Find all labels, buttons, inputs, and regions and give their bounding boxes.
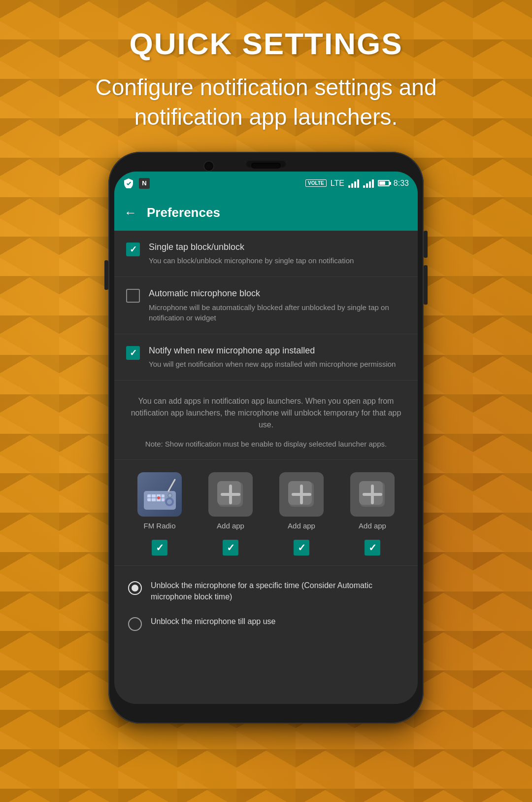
pref-desc-notify-new: You will get notification when new app i… bbox=[149, 359, 406, 369]
app-bar-title: Preferences bbox=[147, 205, 220, 220]
radio-label-unblock-time: Unblock the microphone for a specific ti… bbox=[151, 580, 404, 602]
checkbox-box-notify-new[interactable]: ✓ bbox=[126, 346, 140, 360]
launchers-section: FM Radio bbox=[114, 460, 418, 566]
fm-radio-icon[interactable] bbox=[137, 472, 182, 517]
checkmark-notify-new: ✓ bbox=[130, 348, 137, 358]
signal-bars-1 bbox=[348, 179, 359, 188]
pref-item-auto-block[interactable]: Automatic microphone block Microphone wi… bbox=[114, 277, 418, 334]
status-bar: N VOLTE LTE bbox=[114, 172, 418, 195]
launcher-add-1[interactable]: Add app bbox=[203, 472, 258, 530]
radio-circle-unblock-app[interactable] bbox=[128, 617, 142, 631]
checkbox-single-tap[interactable]: ✓ bbox=[126, 243, 140, 256]
signal-bar-4 bbox=[357, 179, 359, 188]
signal-bar-1 bbox=[348, 185, 350, 188]
signal-bar-7 bbox=[369, 181, 371, 188]
volume-up-button[interactable] bbox=[424, 231, 428, 258]
phone-speaker bbox=[251, 163, 281, 169]
signal-bars-2 bbox=[363, 179, 374, 188]
add-icon-3[interactable] bbox=[350, 472, 395, 517]
signal-bar-5 bbox=[363, 185, 365, 188]
add-app-label-1: Add app bbox=[217, 522, 244, 530]
launcher-check-3: ✓ bbox=[298, 542, 306, 554]
checkbox-box-auto-block[interactable] bbox=[126, 289, 140, 303]
checkmark-single-tap: ✓ bbox=[130, 244, 137, 255]
launcher-check-4: ✓ bbox=[368, 542, 377, 554]
add-icon-2[interactable] bbox=[279, 472, 324, 517]
phone-screen: N VOLTE LTE bbox=[114, 172, 418, 704]
volte-badge: VOLTE bbox=[305, 179, 327, 187]
page-content: QUICK SETTINGS Configure notification se… bbox=[0, 0, 532, 802]
phone-camera bbox=[204, 162, 213, 171]
pref-desc-auto-block: Microphone will be automatically blocked… bbox=[149, 302, 406, 323]
app-bar: ← Preferences bbox=[114, 195, 418, 231]
info-section: You can add apps in notification app lau… bbox=[114, 381, 418, 460]
launcher-cb-1[interactable]: ✓ bbox=[152, 540, 167, 556]
pref-title-notify-new: Notify when new microphone app installed bbox=[149, 345, 406, 356]
pref-text-notify-new: Notify when new microphone app installed… bbox=[149, 345, 406, 369]
notification-icon: N bbox=[139, 178, 150, 189]
info-main-text: You can add apps in notification app lau… bbox=[128, 395, 404, 431]
screen-content[interactable]: ✓ Single tap block/unblock You can block… bbox=[114, 231, 418, 704]
fm-radio-label: FM Radio bbox=[143, 522, 175, 530]
launcher-check-1: ✓ bbox=[156, 542, 164, 554]
pref-item-notify-new[interactable]: ✓ Notify when new microphone app install… bbox=[114, 334, 418, 381]
radio-item-unblock-app[interactable]: Unblock the microphone till app use bbox=[124, 609, 408, 638]
page-title: QUICK SETTINGS bbox=[39, 27, 493, 61]
pref-text-single-tap: Single tap block/unblock You can block/u… bbox=[149, 242, 406, 266]
page-subtitle: Configure notification settings and noti… bbox=[39, 73, 493, 132]
status-bar-right: VOLTE LTE bbox=[305, 179, 409, 188]
launcher-add-3[interactable]: Add app bbox=[345, 472, 399, 530]
phone-frame: N VOLTE LTE bbox=[108, 152, 424, 724]
radio-label-unblock-app: Unblock the microphone till app use bbox=[151, 616, 404, 627]
pref-title-single-tap: Single tap block/unblock bbox=[149, 242, 406, 253]
shield-icon bbox=[123, 178, 134, 189]
svg-point-8 bbox=[167, 499, 172, 504]
launcher-check-2: ✓ bbox=[227, 542, 235, 554]
signal-bar-6 bbox=[366, 183, 368, 188]
launcher-cb-3[interactable]: ✓ bbox=[294, 540, 309, 556]
signal-bar-8 bbox=[372, 179, 374, 188]
svg-line-1 bbox=[168, 480, 175, 491]
back-button[interactable]: ← bbox=[124, 205, 137, 220]
volume-down-button[interactable] bbox=[424, 265, 428, 305]
checkbox-box-single-tap[interactable]: ✓ bbox=[126, 243, 140, 256]
checkbox-notify-new[interactable]: ✓ bbox=[126, 346, 140, 360]
header-section: QUICK SETTINGS Configure notification se… bbox=[0, 0, 532, 147]
radio-dot-unblock-time bbox=[132, 585, 138, 592]
launchers-grid: FM Radio bbox=[124, 472, 408, 530]
battery-fill bbox=[379, 181, 386, 185]
signal-bar-2 bbox=[351, 183, 353, 188]
add-app-label-2: Add app bbox=[288, 522, 315, 530]
power-button[interactable] bbox=[104, 260, 108, 290]
add-icon-1[interactable] bbox=[208, 472, 253, 517]
launcher-cb-4[interactable]: ✓ bbox=[365, 540, 380, 556]
battery-icon bbox=[378, 180, 390, 186]
lte-text: LTE bbox=[331, 179, 344, 188]
radio-section: Unblock the microphone for a specific ti… bbox=[114, 566, 418, 645]
svg-point-11 bbox=[168, 494, 171, 497]
pref-desc-single-tap: You can block/unblock microphone by sing… bbox=[149, 255, 406, 266]
radio-circle-unblock-time[interactable] bbox=[128, 581, 142, 595]
status-bar-left: N bbox=[123, 178, 150, 189]
add-app-label-3: Add app bbox=[359, 522, 386, 530]
info-note-text: Note: Show notification must be enable t… bbox=[128, 439, 404, 450]
checkbox-auto-block[interactable] bbox=[126, 289, 140, 303]
launcher-fm-radio[interactable]: FM Radio bbox=[133, 472, 187, 530]
svg-point-9 bbox=[157, 496, 160, 499]
signal-bar-3 bbox=[354, 181, 356, 188]
pref-text-auto-block: Automatic microphone block Microphone wi… bbox=[149, 288, 406, 322]
launcher-checkbox-row: ✓ ✓ ✓ ✓ bbox=[124, 540, 408, 556]
launcher-add-2[interactable]: Add app bbox=[274, 472, 329, 530]
pref-item-single-tap[interactable]: ✓ Single tap block/unblock You can block… bbox=[114, 231, 418, 277]
launcher-cb-2[interactable]: ✓ bbox=[223, 540, 238, 556]
pref-title-auto-block: Automatic microphone block bbox=[149, 288, 406, 299]
radio-item-unblock-time[interactable]: Unblock the microphone for a specific ti… bbox=[124, 573, 408, 609]
time-display: 8:33 bbox=[394, 179, 409, 188]
